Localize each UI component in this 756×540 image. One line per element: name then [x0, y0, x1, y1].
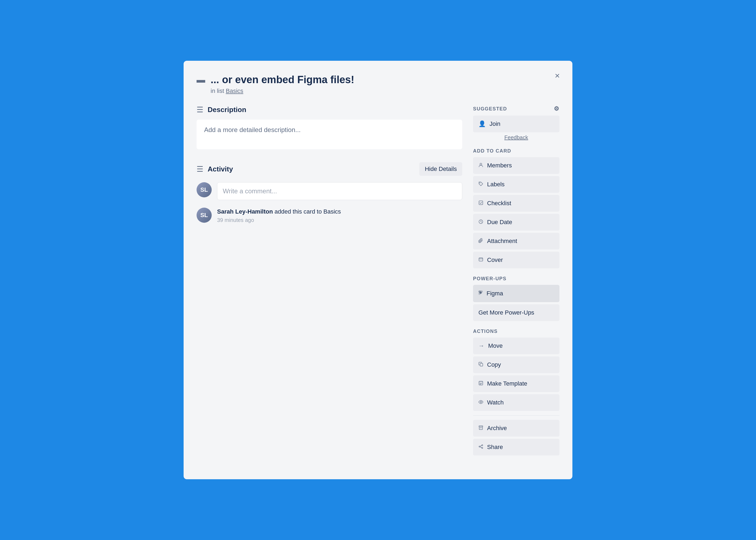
figma-label: Figma — [486, 290, 503, 297]
list-link[interactable]: Basics — [226, 87, 243, 94]
labels-label: Labels — [487, 181, 505, 188]
move-icon: → — [478, 342, 484, 349]
archive-button[interactable]: Archive — [473, 420, 560, 437]
subtitle-prefix: in list — [210, 87, 226, 94]
description-header: ☰ Description — [196, 105, 462, 114]
copy-icon — [478, 361, 483, 368]
header-text: ... or even embed Figma files! in list B… — [210, 74, 354, 95]
share-icon — [478, 444, 483, 451]
svg-point-0 — [480, 163, 482, 165]
activity-section: ☰ Activity Hide Details SL Write a comme… — [196, 162, 462, 223]
modal-sidebar: SUGGESTED ⚙ 👤 Join Feedback ADD TO CARD — [473, 105, 560, 458]
activity-action-text: added this card to Basics — [275, 208, 341, 215]
archive-label: Archive — [487, 425, 507, 432]
actions-label: ACTIONS — [473, 329, 560, 334]
hide-details-button[interactable]: Hide Details — [419, 162, 462, 176]
modal-body: ☰ Description Add a more detailed descri… — [196, 105, 560, 458]
card-title: ... or even embed Figma files! — [210, 74, 354, 86]
make-template-icon — [478, 380, 483, 387]
description-title: Description — [208, 105, 246, 114]
make-template-button[interactable]: Make Template — [473, 375, 560, 392]
feedback-link[interactable]: Feedback — [473, 134, 560, 141]
gear-icon[interactable]: ⚙ — [554, 105, 560, 112]
watch-label: Watch — [487, 399, 504, 406]
comment-input[interactable]: Write a comment... — [217, 182, 462, 200]
card-modal: × ▬ ... or even embed Figma files! in li… — [184, 61, 572, 479]
share-label: Share — [487, 444, 503, 451]
cover-icon — [478, 256, 483, 264]
person-icon: 👤 — [478, 120, 486, 127]
join-button[interactable]: 👤 Join — [473, 116, 560, 132]
activity-user-avatar: SL — [196, 207, 212, 223]
activity-timestamp: 39 minutes ago — [217, 217, 341, 223]
join-label: Join — [489, 120, 500, 127]
get-more-power-ups-label: Get More Power-Ups — [478, 309, 534, 316]
svg-point-9 — [480, 401, 482, 403]
checklist-label: Checklist — [487, 200, 511, 207]
modal-header: ▬ ... or even embed Figma files! in list… — [196, 74, 560, 95]
power-ups-label-text: POWER-UPS — [473, 276, 507, 282]
svg-rect-8 — [479, 381, 483, 383]
members-icon — [478, 162, 483, 169]
svg-rect-10 — [479, 426, 483, 427]
activity-user-name: Sarah Ley-Hamilton — [217, 208, 273, 215]
divider — [473, 415, 560, 416]
suggested-label: SUGGESTED ⚙ — [473, 105, 560, 112]
activity-text: Sarah Ley-Hamilton added this card to Ba… — [217, 207, 341, 216]
attachment-icon — [478, 238, 483, 245]
attachment-label: Attachment — [487, 238, 517, 245]
activity-icon: ☰ — [196, 165, 203, 174]
labels-button[interactable]: Labels — [473, 176, 560, 193]
comment-row: SL Write a comment... — [196, 182, 462, 200]
move-label: Move — [488, 342, 503, 349]
members-label: Members — [487, 162, 512, 169]
svg-rect-6 — [480, 363, 483, 366]
archive-icon — [478, 425, 483, 432]
actions-label-text: ACTIONS — [473, 329, 498, 334]
description-input[interactable]: Add a more detailed description... — [196, 120, 462, 149]
modal-overlay: × ▬ ... or even embed Figma files! in li… — [0, 0, 756, 540]
get-more-power-ups-button[interactable]: Get More Power-Ups — [473, 304, 560, 321]
due-date-label: Due Date — [487, 219, 512, 226]
checklist-icon — [478, 200, 483, 207]
make-template-label: Make Template — [487, 380, 527, 387]
copy-button[interactable]: Copy — [473, 356, 560, 373]
labels-icon — [478, 181, 483, 188]
cover-label: Cover — [487, 256, 503, 264]
figma-button[interactable]: Figma — [473, 285, 560, 302]
due-date-button[interactable]: Due Date — [473, 214, 560, 230]
modal-main: ☰ Description Add a more detailed descri… — [196, 105, 462, 458]
add-to-card-label: ADD TO CARD — [473, 148, 560, 154]
description-section: ☰ Description Add a more detailed descri… — [196, 105, 462, 149]
cover-button[interactable]: Cover — [473, 252, 560, 268]
move-button[interactable]: → Move — [473, 338, 560, 354]
svg-rect-2 — [479, 201, 483, 204]
svg-rect-5 — [479, 258, 483, 259]
watch-icon — [478, 399, 483, 406]
activity-entry: SL Sarah Ley-Hamilton added this card to… — [196, 207, 462, 223]
activity-header: ☰ Activity Hide Details — [196, 162, 462, 176]
card-subtitle: in list Basics — [210, 87, 354, 94]
watch-button[interactable]: Watch — [473, 394, 560, 411]
description-icon: ☰ — [196, 105, 203, 114]
checklist-button[interactable]: Checklist — [473, 195, 560, 212]
members-button[interactable]: Members — [473, 157, 560, 174]
add-to-card-label-text: ADD TO CARD — [473, 148, 511, 154]
share-button[interactable]: Share — [473, 439, 560, 456]
activity-title: Activity — [208, 165, 233, 173]
description-placeholder: Add a more detailed description... — [204, 126, 301, 133]
power-ups-label: POWER-UPS — [473, 276, 560, 282]
activity-entry-content: Sarah Ley-Hamilton added this card to Ba… — [217, 207, 341, 223]
current-user-avatar: SL — [196, 182, 212, 198]
close-icon: × — [555, 71, 560, 81]
copy-label: Copy — [487, 361, 501, 368]
card-icon: ▬ — [196, 75, 205, 85]
suggested-label-text: SUGGESTED — [473, 106, 507, 112]
due-date-icon — [478, 219, 483, 226]
attachment-button[interactable]: Attachment — [473, 233, 560, 249]
svg-point-1 — [479, 183, 480, 183]
figma-icon — [478, 290, 483, 297]
close-button[interactable]: × — [550, 68, 565, 83]
comment-placeholder: Write a comment... — [223, 188, 277, 195]
